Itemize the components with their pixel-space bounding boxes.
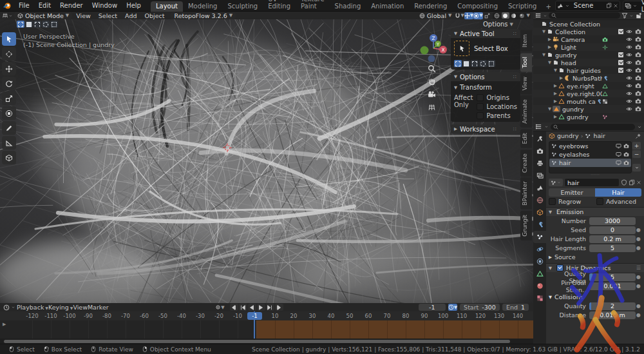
zoom-icon[interactable]: [428, 64, 436, 73]
gizmo-toggle[interactable]: ▼: [464, 12, 473, 19]
disable-render-icon[interactable]: [635, 67, 641, 74]
select-mode-circle-button[interactable]: [479, 60, 487, 67]
properties-tab-physics[interactable]: [533, 243, 546, 255]
perspective-toggle-icon[interactable]: [428, 103, 436, 112]
close-icon[interactable]: [636, 180, 641, 185]
animate-decorator[interactable]: ●: [636, 274, 641, 280]
chevron-down-icon[interactable]: [637, 124, 642, 130]
particle-id-dropdown[interactable]: [549, 179, 563, 186]
measure-tool[interactable]: [2, 136, 16, 150]
sidebar-tab-create[interactable]: Create: [520, 150, 532, 177]
outliner-row-scene-collection[interactable]: Scene Collection: [533, 20, 644, 28]
checkbox-icon[interactable]: [549, 198, 556, 205]
outliner-row-mouth-cavity[interactable]: ▶mouth cavity: [533, 97, 644, 105]
expand-arrow-icon[interactable]: ▼: [541, 29, 547, 34]
select-mode-dotted-button[interactable]: [488, 60, 495, 67]
active-tool-panel-header[interactable]: ▼ Active Tool ∷: [451, 29, 520, 38]
snap-toggle[interactable]: ▼: [455, 12, 464, 19]
workspace-panel-header[interactable]: ▶ Workspace ∷: [451, 124, 520, 133]
exclude-checkbox[interactable]: [618, 60, 623, 65]
outliner-row-eye-right[interactable]: ▶eye.right: [533, 82, 644, 90]
disable-render-icon[interactable]: [635, 44, 641, 50]
checkbox-icon[interactable]: [596, 198, 603, 205]
viewport-menu-view[interactable]: View: [72, 12, 95, 19]
hide-eye-icon[interactable]: [626, 28, 632, 35]
retopoflow-dropdown[interactable]: RetopoFlow 3.2.6 ▼: [171, 12, 236, 19]
hide-eye-icon[interactable]: [626, 75, 632, 81]
mode-dropdown[interactable]: Object Mode ▼: [14, 12, 72, 19]
frame-start-field[interactable]: Start-300: [460, 304, 500, 311]
copy-icon[interactable]: [606, 3, 612, 8]
expand-arrow-icon[interactable]: ▶: [553, 114, 558, 119]
animate-decorator[interactable]: ●: [636, 312, 641, 318]
properties-tab-material[interactable]: [533, 280, 546, 292]
checkbox-icon[interactable]: [477, 103, 484, 110]
select-mode-circle-button[interactable]: [42, 21, 50, 28]
select-mode-solid-button[interactable]: [25, 21, 33, 28]
field-value-input[interactable]: 0.015 m: [589, 311, 636, 319]
frame-end-field[interactable]: End1: [502, 304, 529, 311]
add-workspace-button[interactable]: +: [542, 2, 554, 12]
properties-tab-object[interactable]: [533, 206, 546, 219]
disable-render-icon[interactable]: [635, 106, 641, 112]
outliner-search-input[interactable]: [549, 12, 620, 19]
select-mode-corner-button[interactable]: [471, 60, 478, 67]
viewport-menu-add[interactable]: Add: [121, 12, 140, 19]
workspace-tab-texture-paint[interactable]: Texture Paint: [296, 0, 330, 12]
expand-arrow-icon[interactable]: ▶: [553, 91, 558, 96]
workspace-tab-sculpting[interactable]: Sculpting: [222, 1, 263, 12]
properties-tab-world[interactable]: [533, 194, 546, 206]
scrollbar-handle[interactable]: [4, 340, 510, 343]
animate-decorator[interactable]: ●: [636, 227, 641, 233]
disable-render-icon[interactable]: [635, 75, 641, 81]
xray-toggle[interactable]: [483, 12, 491, 19]
hide-eye-icon[interactable]: [626, 44, 632, 50]
disable-render-icon[interactable]: [635, 90, 641, 97]
outliner-row-light[interactable]: ▶Light: [533, 43, 644, 51]
outliner-row-hair-guides[interactable]: ▼hair guides: [533, 66, 644, 74]
transform-tool[interactable]: [2, 106, 16, 120]
rotate-tool[interactable]: [2, 77, 16, 90]
options-button[interactable]: Options ▼: [479, 20, 517, 28]
remove-particle-system-button[interactable]: −: [632, 150, 641, 158]
new-collection-icon[interactable]: [635, 12, 642, 19]
disable-render-icon[interactable]: [635, 59, 641, 66]
checkbox-regrow[interactable]: Regrow: [549, 198, 594, 205]
properties-editor-icon[interactable]: [535, 123, 542, 130]
outliner-row-head[interactable]: ▼head: [533, 59, 644, 66]
hide-eye-icon[interactable]: [626, 67, 632, 74]
expand-arrow-icon[interactable]: ▼: [553, 68, 558, 73]
viewport-display-icon[interactable]: [616, 143, 621, 149]
render-display-icon[interactable]: [623, 152, 629, 157]
sidebar-tab-edit[interactable]: Edit: [520, 129, 532, 148]
viewport-menu-select[interactable]: Select: [95, 12, 121, 19]
play-reverse-button[interactable]: [248, 304, 256, 311]
sidebar-tab-animate[interactable]: Animate: [520, 95, 532, 128]
properties-tab-particles[interactable]: [533, 231, 546, 243]
shading-solid-button[interactable]: [502, 12, 509, 19]
timeline-editor-icon[interactable]: [3, 304, 10, 311]
sidebar-tab-tool[interactable]: Tool: [520, 53, 532, 72]
workspace-tab-shading[interactable]: Shading: [330, 1, 366, 12]
field-value-input[interactable]: 3000: [589, 217, 636, 225]
timeline-track-area[interactable]: ▶: [0, 320, 533, 339]
hide-eye-icon[interactable]: [626, 106, 632, 112]
view-layer-selector[interactable]: View Layer: [623, 1, 644, 11]
hide-eye-icon[interactable]: [626, 59, 632, 66]
select-mode-dashed-active-button[interactable]: [454, 60, 462, 67]
hide-eye-icon[interactable]: [626, 98, 632, 104]
move-tool[interactable]: [2, 62, 16, 75]
properties-search-input[interactable]: [551, 124, 635, 130]
topbar-menu-help[interactable]: Help: [122, 2, 146, 9]
affect-only-parents[interactable]: Parents: [477, 112, 517, 119]
properties-tab-scene[interactable]: [533, 182, 546, 194]
navigation-gizmo[interactable]: Z X Y: [419, 32, 448, 62]
particle-system-eyebrows[interactable]: eyebrows: [549, 142, 631, 150]
workspace-tab-compositing[interactable]: Compositing: [452, 1, 503, 12]
outliner-row-nurbspath[interactable]: ▶NurbsPath: [533, 74, 644, 82]
sidebar-tab-view[interactable]: View: [520, 73, 532, 94]
disable-render-icon[interactable]: [635, 28, 641, 35]
timeline-ruler[interactable]: -120-110-100-90-80-70-60-50-40-30-20-100…: [0, 311, 533, 321]
affect-only-origins[interactable]: Origins: [477, 94, 517, 101]
hide-eye-icon[interactable]: [626, 90, 632, 97]
